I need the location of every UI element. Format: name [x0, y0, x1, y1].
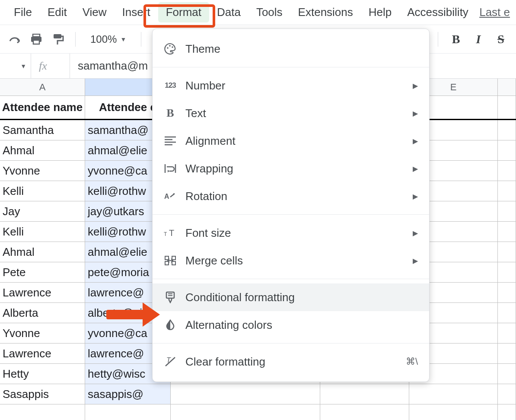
formula-input[interactable]: samantha@m [70, 54, 148, 78]
cell[interactable]: Yvonne [0, 323, 85, 343]
cell[interactable] [498, 344, 516, 363]
cell[interactable] [498, 96, 516, 119]
cell[interactable] [0, 404, 85, 420]
zoom-dropdown[interactable]: 100%▼ [86, 33, 131, 45]
cell[interactable]: Pete [0, 262, 85, 282]
cell[interactable] [498, 201, 516, 221]
menu-format[interactable]: Format [158, 2, 209, 22]
bold-button[interactable]: B [449, 32, 463, 46]
cell[interactable] [498, 262, 516, 282]
cell[interactable]: Kelli [0, 181, 85, 201]
submenu-arrow-icon: ▶ [413, 82, 418, 90]
redo-icon[interactable] [8, 32, 22, 46]
col-header-f[interactable] [498, 79, 516, 95]
cell[interactable]: Ahmal [0, 242, 85, 262]
shortcut-label: ⌘\ [406, 356, 418, 367]
cell[interactable]: Sasappis [0, 384, 85, 404]
menu-data[interactable]: Data [209, 2, 248, 22]
cell[interactable]: Hetty [0, 364, 85, 384]
chevron-down-icon: ▼ [20, 63, 26, 70]
cell[interactable] [498, 323, 516, 343]
paint-format-icon[interactable] [51, 32, 65, 46]
header-attendee-name[interactable]: Attendee name [0, 96, 85, 119]
cell[interactable]: Lawrence [0, 344, 85, 363]
annotation-arrow [106, 302, 160, 327]
svg-rect-18 [165, 261, 169, 265]
svg-rect-2 [33, 40, 39, 44]
cell[interactable]: Ahmal [0, 140, 85, 160]
strikethrough-button[interactable]: S [494, 32, 508, 46]
clear-format-icon: T [164, 355, 177, 368]
cell[interactable] [498, 242, 516, 262]
cell[interactable] [498, 120, 516, 140]
menu-label: Merge cells [185, 254, 404, 267]
name-box[interactable]: ▼ [0, 54, 31, 78]
menu-wrapping[interactable]: Wrapping ▶ [153, 155, 429, 182]
merge-icon [164, 254, 177, 267]
menu-merge[interactable]: Merge cells ▶ [153, 247, 429, 274]
cell[interactable] [498, 283, 516, 302]
menu-rotation[interactable]: A Rotation ▶ [153, 182, 429, 210]
cell[interactable]: Alberta [0, 303, 85, 323]
menu-file[interactable]: File [6, 2, 40, 22]
cell[interactable] [498, 384, 516, 404]
menu-number[interactable]: 123 Number ▶ [153, 72, 429, 99]
bold-icon: B [164, 107, 177, 120]
cell[interactable] [320, 404, 409, 420]
menu-help[interactable]: Help [361, 2, 399, 22]
cell[interactable] [320, 384, 409, 404]
submenu-arrow-icon: ▶ [413, 165, 418, 173]
menu-theme[interactable]: Theme [153, 35, 429, 63]
cell[interactable]: Kelli [0, 222, 85, 242]
italic-button[interactable]: I [471, 32, 486, 46]
submenu-arrow-icon: ▶ [413, 229, 418, 237]
menu-alignment[interactable]: Alignment ▶ [153, 127, 429, 155]
menu-fontsize[interactable]: TT Font size ▶ [153, 219, 429, 247]
cell[interactable] [409, 384, 498, 404]
print-icon[interactable] [29, 32, 43, 46]
cell[interactable] [498, 140, 516, 160]
cell[interactable] [498, 161, 516, 181]
svg-point-5 [169, 45, 171, 47]
submenu-arrow-icon: ▶ [413, 192, 418, 200]
svg-rect-16 [165, 256, 169, 260]
cell[interactable] [498, 222, 516, 242]
cell[interactable]: Samantha [0, 120, 85, 140]
menu-insert[interactable]: Insert [115, 2, 158, 22]
svg-point-4 [167, 47, 169, 49]
cell[interactable] [171, 384, 320, 404]
menu-accessibility[interactable]: Accessibility [399, 2, 476, 22]
table-row: Sasappissasappis@ [0, 384, 516, 404]
menu-text[interactable]: B Text ▶ [153, 99, 429, 127]
palette-icon [164, 42, 177, 55]
menu-conditional-formatting[interactable]: Conditional formatting [153, 283, 429, 311]
format-menu-dropdown: Theme 123 Number ▶ B Text ▶ Alignment ▶ … [152, 29, 430, 382]
cell[interactable]: Lawrence [0, 283, 85, 302]
menu-view[interactable]: View [75, 2, 115, 22]
cell[interactable] [498, 303, 516, 323]
table-row [0, 404, 516, 420]
cell[interactable]: Jay [0, 201, 85, 221]
menu-alternating-colors[interactable]: Alternating colors [153, 311, 429, 339]
menu-edit[interactable]: Edit [40, 2, 75, 22]
svg-rect-0 [33, 34, 40, 37]
cell[interactable] [85, 404, 171, 420]
submenu-arrow-icon: ▶ [413, 109, 418, 118]
menu-extensions[interactable]: Extensions [290, 2, 361, 22]
col-header-a[interactable]: A [0, 79, 85, 95]
submenu-arrow-icon: ▶ [413, 137, 418, 145]
fx-label: fx [31, 54, 70, 78]
menu-tools[interactable]: Tools [248, 2, 290, 22]
cell[interactable] [498, 181, 516, 201]
cell[interactable]: sasappis@ [85, 384, 171, 404]
wrap-icon [164, 162, 177, 175]
menu-clear-formatting[interactable]: T Clear formatting ⌘\ [153, 348, 429, 375]
cell[interactable]: Yvonne [0, 161, 85, 181]
cell[interactable] [171, 404, 320, 420]
zoom-value: 100% [90, 33, 117, 45]
fontsize-icon: TT [164, 226, 177, 239]
last-edit-link[interactable]: Last e [479, 6, 510, 19]
cell[interactable] [498, 364, 516, 384]
cell[interactable] [409, 404, 498, 420]
cell[interactable] [498, 404, 516, 420]
